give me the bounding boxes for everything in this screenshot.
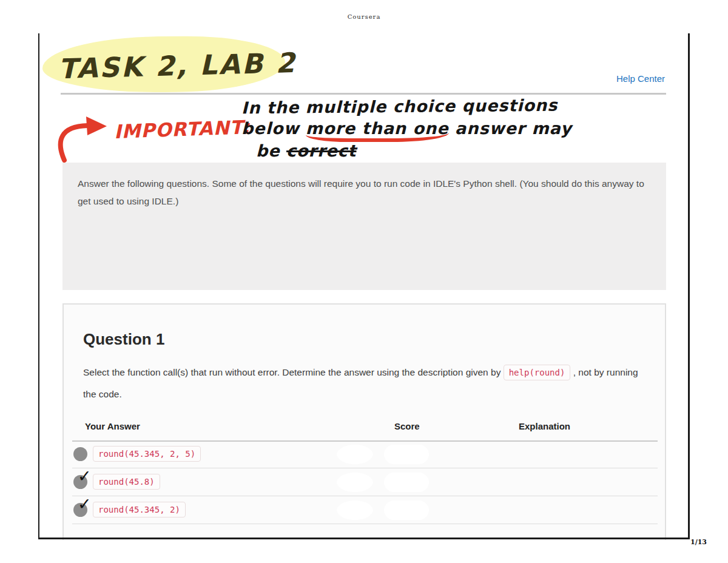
instructions-text: Answer the following questions. Some of … bbox=[78, 175, 654, 210]
check-icon: ✓ bbox=[78, 496, 92, 512]
column-header-score: Score bbox=[394, 421, 420, 431]
handwritten-title: TASK 2, LAB 2 bbox=[58, 47, 297, 85]
row-divider bbox=[72, 524, 658, 524]
handwritten-note-line1: In the multiple choice questions bbox=[241, 96, 558, 118]
answer-row: ✓ round(45.345, 2) bbox=[64, 497, 665, 524]
whiteout-blob bbox=[337, 445, 373, 464]
note-line3-pre: be bbox=[256, 141, 286, 160]
handwritten-note-line3: be correct bbox=[256, 141, 356, 160]
check-icon: ✓ bbox=[78, 468, 92, 484]
answer-code-chip: round(45.345, 2, 5) bbox=[93, 446, 201, 462]
printed-quiz-page: Coursera TASK 2, LAB 2 Help Center IMPOR… bbox=[0, 0, 728, 563]
checkbox-checked[interactable]: ✓ bbox=[73, 503, 87, 517]
handwritten-note-line2: below more than one answer may bbox=[241, 119, 572, 138]
important-annotation: IMPORTANT: bbox=[113, 116, 251, 143]
whiteout-blob bbox=[384, 501, 429, 520]
prompt-code-chip: help(round) bbox=[504, 365, 571, 380]
note-line2-post: answer may bbox=[449, 119, 572, 138]
help-center-link[interactable]: Help Center bbox=[616, 73, 665, 84]
checkbox-unchecked[interactable] bbox=[73, 447, 87, 461]
column-header-explanation: Explanation bbox=[519, 421, 570, 431]
column-header-your-answer: Your Answer bbox=[85, 421, 140, 431]
answer-row: round(45.345, 2, 5) bbox=[64, 441, 665, 468]
note-line3-struck: correct bbox=[286, 141, 356, 160]
page-frame-left-border bbox=[38, 33, 39, 539]
instructions-panel: Answer the following questions. Some of … bbox=[62, 163, 666, 290]
checkbox-checked[interactable]: ✓ bbox=[73, 475, 87, 489]
whiteout-blob bbox=[384, 445, 429, 464]
site-title: Coursera bbox=[0, 13, 728, 20]
answer-code-chip: round(45.345, 2) bbox=[93, 502, 186, 517]
red-arrow-icon bbox=[56, 110, 116, 165]
question-prompt: Select the function call(s) that run wit… bbox=[83, 362, 653, 405]
page-number: 1/13 bbox=[690, 538, 707, 546]
row-divider bbox=[72, 496, 658, 496]
prompt-pre: Select the function call(s) that run wit… bbox=[83, 367, 504, 377]
page-frame-right-border bbox=[688, 33, 690, 539]
whiteout-blob bbox=[337, 501, 373, 520]
whiteout-blob bbox=[384, 473, 429, 492]
page-frame-bottom-border bbox=[38, 538, 690, 539]
answer-code-chip: round(45.8) bbox=[93, 474, 160, 490]
question-title: Question 1 bbox=[83, 330, 164, 349]
row-divider bbox=[72, 468, 658, 468]
title-divider bbox=[61, 93, 666, 95]
whiteout-blob bbox=[337, 473, 373, 492]
note-line2-pre: below bbox=[241, 119, 306, 138]
note-line2-underlined: more than one bbox=[306, 119, 449, 142]
question-card: Question 1 Select the function call(s) t… bbox=[62, 303, 666, 540]
answer-row: ✓ round(45.8) bbox=[64, 469, 665, 496]
